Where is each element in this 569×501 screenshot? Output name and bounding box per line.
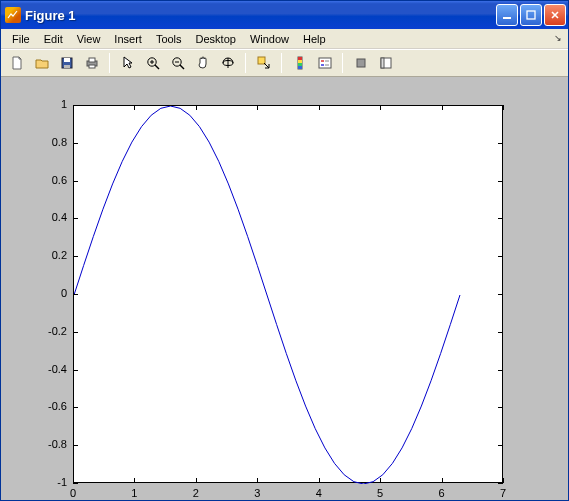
menu-insert[interactable]: Insert bbox=[107, 31, 149, 47]
x-tick bbox=[73, 478, 74, 483]
y-tick-label: 0.2 bbox=[39, 249, 67, 261]
menu-help[interactable]: Help bbox=[296, 31, 333, 47]
menu-window[interactable]: Window bbox=[243, 31, 296, 47]
x-tick bbox=[442, 105, 443, 110]
new-file-icon[interactable] bbox=[5, 52, 28, 74]
window-controls bbox=[496, 4, 566, 26]
zoom-out-icon[interactable] bbox=[166, 52, 189, 74]
svg-rect-27 bbox=[357, 59, 365, 67]
svg-rect-1 bbox=[527, 11, 535, 19]
insert-colorbar-icon[interactable] bbox=[288, 52, 311, 74]
svg-rect-7 bbox=[89, 65, 95, 68]
y-tick bbox=[498, 256, 503, 257]
x-tick-label: 2 bbox=[186, 487, 206, 499]
y-tick bbox=[73, 218, 78, 219]
y-tick bbox=[498, 218, 503, 219]
toolbar-separator bbox=[109, 53, 110, 73]
figure-window: Figure 1 File Edit View Insert Tools Des… bbox=[0, 0, 569, 501]
menu-edit[interactable]: Edit bbox=[37, 31, 70, 47]
y-tick-label: 0.6 bbox=[39, 174, 67, 186]
y-tick bbox=[73, 370, 78, 371]
svg-line-9 bbox=[155, 65, 159, 69]
open-file-icon[interactable] bbox=[30, 52, 53, 74]
arrow-select-icon[interactable] bbox=[116, 52, 139, 74]
y-tick bbox=[73, 294, 78, 295]
series-line bbox=[74, 106, 460, 484]
menu-view[interactable]: View bbox=[70, 31, 108, 47]
figure-canvas[interactable]: -1-0.8-0.6-0.4-0.200.20.40.60.8101234567 bbox=[1, 77, 568, 500]
y-tick bbox=[73, 332, 78, 333]
x-tick bbox=[319, 105, 320, 110]
y-tick bbox=[498, 143, 503, 144]
save-icon[interactable] bbox=[55, 52, 78, 74]
y-tick bbox=[498, 181, 503, 182]
x-tick bbox=[257, 105, 258, 110]
svg-rect-20 bbox=[298, 63, 302, 66]
menu-file[interactable]: File bbox=[5, 31, 37, 47]
y-tick bbox=[498, 407, 503, 408]
svg-rect-6 bbox=[89, 58, 95, 62]
y-tick-label: -0.2 bbox=[39, 325, 67, 337]
y-tick-label: 1 bbox=[39, 98, 67, 110]
pan-hand-icon[interactable] bbox=[191, 52, 214, 74]
svg-rect-29 bbox=[381, 58, 384, 68]
y-tick-label: -0.6 bbox=[39, 400, 67, 412]
x-tick bbox=[442, 478, 443, 483]
x-tick bbox=[257, 478, 258, 483]
y-tick bbox=[73, 407, 78, 408]
x-tick bbox=[134, 105, 135, 110]
y-tick bbox=[73, 256, 78, 257]
svg-rect-4 bbox=[64, 58, 70, 62]
zoom-in-icon[interactable] bbox=[141, 52, 164, 74]
x-tick-label: 0 bbox=[63, 487, 83, 499]
menubar: File Edit View Insert Tools Desktop Wind… bbox=[1, 29, 568, 49]
titlebar[interactable]: Figure 1 bbox=[1, 1, 568, 29]
maximize-button[interactable] bbox=[520, 4, 542, 26]
y-tick bbox=[73, 181, 78, 182]
x-tick-label: 7 bbox=[493, 487, 513, 499]
svg-rect-22 bbox=[319, 58, 331, 68]
toolbar bbox=[1, 49, 568, 77]
y-tick-label: 0.8 bbox=[39, 136, 67, 148]
axes[interactable] bbox=[73, 105, 503, 483]
svg-line-13 bbox=[180, 65, 184, 69]
x-tick bbox=[196, 478, 197, 483]
y-tick bbox=[498, 445, 503, 446]
toolbar-separator bbox=[342, 53, 343, 73]
y-tick-label: 0 bbox=[39, 287, 67, 299]
svg-rect-16 bbox=[258, 57, 265, 64]
svg-rect-0 bbox=[503, 17, 511, 19]
data-cursor-icon[interactable] bbox=[252, 52, 275, 74]
y-tick bbox=[73, 445, 78, 446]
show-plot-tools-icon[interactable] bbox=[374, 52, 397, 74]
x-tick bbox=[73, 105, 74, 110]
y-tick bbox=[498, 483, 503, 484]
minimize-button[interactable] bbox=[496, 4, 518, 26]
svg-rect-19 bbox=[298, 60, 302, 63]
y-tick bbox=[498, 370, 503, 371]
x-tick-label: 4 bbox=[309, 487, 329, 499]
line-plot bbox=[74, 106, 504, 484]
y-tick-label: -0.8 bbox=[39, 438, 67, 450]
menu-desktop[interactable]: Desktop bbox=[189, 31, 243, 47]
dock-toggle-icon[interactable]: ↘ bbox=[554, 33, 562, 43]
toolbar-separator bbox=[281, 53, 282, 73]
toolbar-separator bbox=[245, 53, 246, 73]
hide-plot-tools-icon[interactable] bbox=[349, 52, 372, 74]
x-tick bbox=[319, 478, 320, 483]
insert-legend-icon[interactable] bbox=[313, 52, 336, 74]
x-tick-label: 6 bbox=[432, 487, 452, 499]
matlab-icon bbox=[5, 7, 21, 23]
close-button[interactable] bbox=[544, 4, 566, 26]
y-tick bbox=[498, 332, 503, 333]
x-tick-label: 3 bbox=[247, 487, 267, 499]
window-title: Figure 1 bbox=[25, 8, 496, 23]
x-tick-label: 1 bbox=[124, 487, 144, 499]
x-tick-label: 5 bbox=[370, 487, 390, 499]
y-tick-label: 0.4 bbox=[39, 211, 67, 223]
menu-tools[interactable]: Tools bbox=[149, 31, 189, 47]
print-icon[interactable] bbox=[80, 52, 103, 74]
x-tick bbox=[196, 105, 197, 110]
y-tick bbox=[498, 294, 503, 295]
rotate-3d-icon[interactable] bbox=[216, 52, 239, 74]
